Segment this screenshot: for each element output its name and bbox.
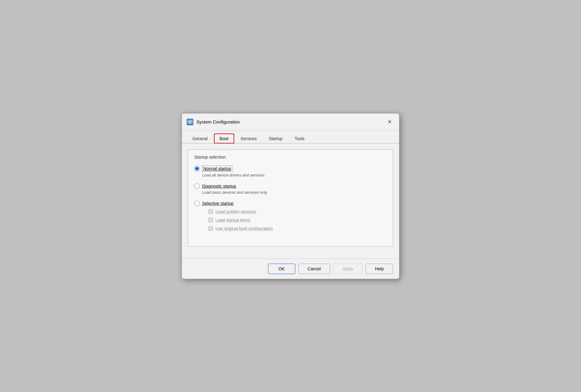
close-button[interactable]: ✕ <box>385 117 394 127</box>
selective-startup-option: Selective startup Load system services L… <box>194 201 387 231</box>
content-area: Startup selection Normal startup Load al… <box>182 143 399 259</box>
svg-rect-2 <box>189 123 191 124</box>
selective-sub-options: Load system services Load startup items … <box>208 209 387 231</box>
help-button[interactable]: Help <box>366 264 393 274</box>
diagnostic-startup-radio[interactable] <box>194 183 200 189</box>
tab-bar: General Boot Services Startup Tools <box>182 131 399 143</box>
diagnostic-startup-desc: Load basic devices and services only <box>202 190 387 195</box>
load-startup-items-checkbox[interactable] <box>208 218 213 222</box>
normal-startup-row: Normal startup <box>194 166 387 172</box>
load-system-services-row: Load system services <box>208 209 387 214</box>
use-original-boot-checkbox[interactable] <box>208 226 213 231</box>
tab-startup[interactable]: Startup <box>263 133 288 143</box>
dialog-icon <box>187 119 193 125</box>
system-configuration-dialog: System Configuration ✕ General Boot Serv… <box>182 113 399 279</box>
tab-services[interactable]: Services <box>235 133 263 143</box>
selective-startup-row: Selective startup <box>194 201 387 206</box>
load-system-services-checkbox[interactable] <box>208 209 213 214</box>
use-original-boot-row: Use original boot configuration <box>208 226 387 231</box>
svg-rect-1 <box>189 121 192 123</box>
group-label: Startup selection <box>194 155 387 160</box>
tab-boot[interactable]: Boot <box>214 133 234 143</box>
button-row: OK Cancel Apply Help <box>182 259 399 279</box>
apply-button[interactable]: Apply <box>333 264 363 274</box>
diagnostic-startup-label[interactable]: Diagnostic startup <box>202 184 236 189</box>
diagnostic-startup-option: Diagnostic startup Load basic devices an… <box>194 183 387 195</box>
selective-startup-radio[interactable] <box>194 201 200 206</box>
selective-startup-label[interactable]: Selective startup <box>202 201 234 206</box>
diagnostic-startup-row: Diagnostic startup <box>194 183 387 189</box>
load-startup-items-row: Load startup items <box>208 218 387 222</box>
load-system-services-label: Load system services <box>215 209 256 214</box>
cancel-button[interactable]: Cancel <box>298 264 330 274</box>
tab-tools[interactable]: Tools <box>289 133 310 143</box>
tab-general[interactable]: General <box>187 133 213 143</box>
title-bar: System Configuration ✕ <box>182 114 399 131</box>
normal-startup-option: Normal startup Load all device drivers a… <box>194 166 387 177</box>
use-original-boot-label: Use original boot configuration <box>215 226 273 231</box>
normal-startup-radio[interactable] <box>194 166 200 171</box>
ok-button[interactable]: OK <box>268 264 295 274</box>
dialog-title: System Configuration <box>196 119 382 124</box>
normal-startup-label[interactable]: Normal startup <box>202 166 232 172</box>
startup-selection-group: Startup selection Normal startup Load al… <box>188 150 393 246</box>
normal-startup-desc: Load all device drivers and services <box>202 173 387 177</box>
load-startup-items-label: Load startup items <box>215 218 250 222</box>
